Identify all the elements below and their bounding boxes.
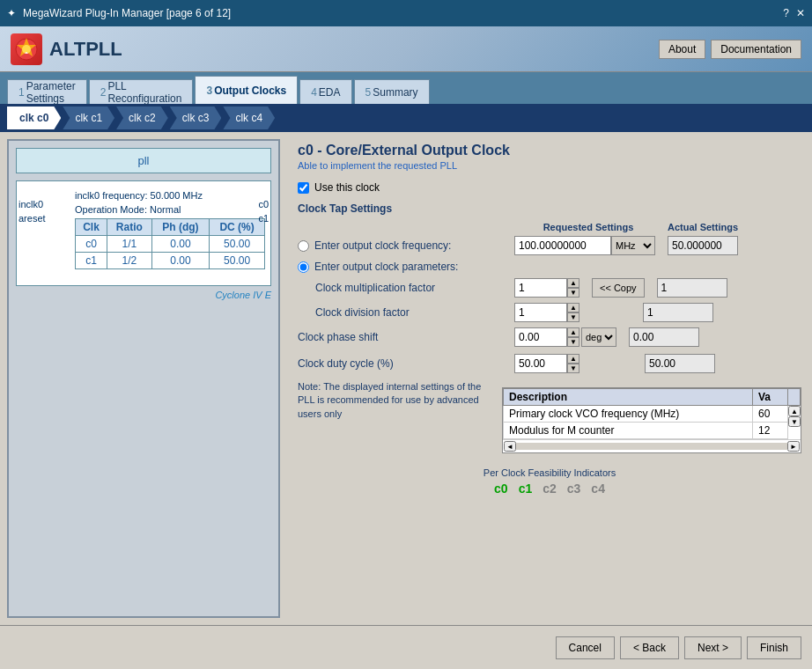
header: ALTPLL About Documentation [0, 26, 812, 72]
tab-eda[interactable]: 4 EDA [299, 79, 351, 104]
use-clock-label[interactable]: Use this clock [314, 181, 380, 194]
left-panel: pll inclk0 areset c0 c1 inclk0 frequency… [7, 139, 280, 618]
feasibility-clock-c4: c4 [591, 482, 605, 496]
tab-output-clocks[interactable]: 3 Output Clocks [195, 76, 298, 104]
duty-down-btn[interactable]: ▼ [567, 364, 579, 373]
div-req-input[interactable] [514, 303, 567, 322]
tab5-number: 5 [365, 86, 372, 99]
clock-tab-c1-label: clk c1 [75, 112, 102, 124]
tab2-label: PLLReconfiguration [107, 80, 181, 105]
next-button[interactable]: Next > [684, 636, 742, 659]
clock-tab-c0-label: clk c0 [19, 112, 48, 124]
pll-table-row: c01/10.0050.00 [76, 236, 265, 253]
mode-info: Operation Mode: Normal [75, 204, 265, 215]
info-table-container: Description Va Primary clock VCO frequen… [502, 387, 801, 453]
tab4-number: 4 [311, 86, 317, 99]
tab3-number: 3 [206, 85, 212, 97]
scroll-left-btn[interactable]: ◄ [504, 441, 516, 452]
phase-req-input[interactable] [514, 327, 567, 347]
radio-freq[interactable] [298, 240, 309, 252]
freq-input-group: MHz KHz Hz [514, 236, 655, 255]
back-button[interactable]: < Back [620, 636, 679, 659]
clock-tab-c1[interactable]: clk c1 [63, 107, 114, 129]
finish-button[interactable]: Finish [747, 636, 801, 659]
mult-actual-input [657, 278, 727, 298]
mult-up-btn[interactable]: ▲ [567, 278, 579, 288]
clock-tabs: clk c0 clk c1 clk c2 clk c3 clk c4 [0, 104, 812, 132]
tab-parameter-settings[interactable]: 1 ParameterSettings [7, 79, 87, 104]
clock-tab-c2[interactable]: clk c2 [116, 107, 168, 129]
radio-freq-row: Enter output clock frequency: MHz KHz Hz… [298, 236, 801, 255]
about-button[interactable]: About [659, 40, 705, 59]
scroll-right-btn[interactable]: ► [787, 441, 800, 452]
c0-pin-label: c0 [258, 199, 269, 210]
clock-tab-c3-label: clk c3 [182, 112, 210, 124]
window-icon: ✦ [7, 7, 16, 19]
tab-pll-reconfig[interactable]: 2 PLLReconfiguration [89, 79, 194, 104]
feasibility-clock-c0: c0 [494, 482, 508, 496]
window-title: MegaWizard Plug-In Manager [page 6 of 12… [23, 7, 231, 19]
duty-req-input[interactable] [514, 354, 567, 373]
use-clock-checkbox[interactable] [298, 182, 309, 194]
clock-tab-c0[interactable]: clk c0 [7, 107, 61, 129]
phase-spin-group: ▲ ▼ [567, 327, 579, 347]
col-headers: Requested Settings Actual Settings [518, 222, 801, 232]
div-down-btn[interactable]: ▼ [567, 312, 579, 322]
div-up-btn[interactable]: ▲ [567, 303, 579, 312]
tab-summary[interactable]: 5 Summary [354, 79, 430, 104]
pll-title: pll [22, 154, 265, 167]
th-ph: Ph (dg) [151, 219, 209, 236]
clock-tap-header: Clock Tap Settings [298, 202, 801, 215]
close-button[interactable]: ✕ [796, 7, 805, 19]
documentation-button[interactable]: Documentation [711, 40, 801, 59]
mult-req-input[interactable] [514, 278, 567, 298]
bottom-bar: Cancel < Back Next > Finish [0, 625, 812, 669]
horiz-scroll[interactable]: ◄ ► [503, 439, 801, 452]
div-input-group: ▲ ▼ [514, 303, 579, 322]
feasibility-clock-c2: c2 [543, 482, 557, 496]
info-table: Description Va Primary clock VCO frequen… [503, 388, 801, 439]
radio-params[interactable] [298, 261, 309, 273]
mult-label: Clock multiplication factor [315, 282, 435, 294]
copy-button[interactable]: << Copy [592, 278, 645, 298]
duty-up-btn[interactable]: ▲ [567, 354, 579, 364]
phase-unit-select[interactable]: deg ps [581, 327, 616, 347]
feasibility-section: Per Clock Feasibility Indicators c0c1c2c… [298, 460, 801, 503]
table-scrollbar[interactable]: ▲ ▼ [788, 406, 801, 427]
titlebar: ✦ MegaWizard Plug-In Manager [page 6 of … [0, 0, 812, 26]
cancel-button[interactable]: Cancel [556, 636, 615, 659]
device-label: Cyclone IV E [16, 290, 271, 300]
note-text: Note: The displayed internal settings of… [298, 380, 491, 453]
duty-spin-group: ▲ ▼ [567, 354, 579, 373]
phase-up-btn[interactable]: ▲ [567, 327, 579, 337]
radio-params-row: Enter output clock parameters: [298, 261, 801, 273]
th-dc: DC (%) [210, 219, 265, 236]
note-info-row: Note: The displayed internal settings of… [298, 380, 801, 453]
phase-row: Clock phase shift ▲ ▼ deg ps [298, 327, 801, 347]
section-title: c0 - Core/External Output Clock [298, 143, 801, 158]
scroll-down-btn[interactable]: ▼ [788, 416, 801, 427]
radio-params-label[interactable]: Enter output clock parameters: [314, 261, 458, 273]
info-table-wrapper: Description Va Primary clock VCO frequen… [502, 380, 801, 453]
scroll-up-btn[interactable]: ▲ [788, 406, 801, 416]
pll-table-row: c11/20.0050.00 [76, 253, 265, 269]
duty-label: Clock duty cycle (%) [298, 357, 394, 370]
mult-down-btn[interactable]: ▼ [567, 288, 579, 298]
clock-tab-c4-label: clk c4 [235, 112, 262, 124]
tab3-label: Output Clocks [214, 85, 286, 97]
info-th-desc: Description [504, 389, 753, 406]
phase-down-btn[interactable]: ▼ [567, 337, 579, 347]
radio-freq-label[interactable]: Enter output clock frequency: [314, 239, 451, 252]
freq-actual: 50.000000 [668, 236, 738, 255]
freq-unit-select[interactable]: MHz KHz Hz [611, 236, 655, 255]
clock-tab-c3[interactable]: clk c3 [170, 107, 222, 129]
feasibility-label: Per Clock Feasibility Indicators [305, 467, 794, 478]
mult-spin-group: ▲ ▼ [567, 278, 579, 298]
freq-input[interactable] [514, 236, 611, 255]
help-button[interactable]: ? [783, 7, 789, 19]
info-th-scroll [788, 389, 801, 406]
tab5-label: Summary [373, 86, 417, 99]
phase-actual-input [629, 327, 699, 347]
pll-diagram: inclk0 areset c0 c1 inclk0 frequency: 50… [16, 180, 271, 286]
clock-tab-c4[interactable]: clk c4 [223, 107, 275, 129]
